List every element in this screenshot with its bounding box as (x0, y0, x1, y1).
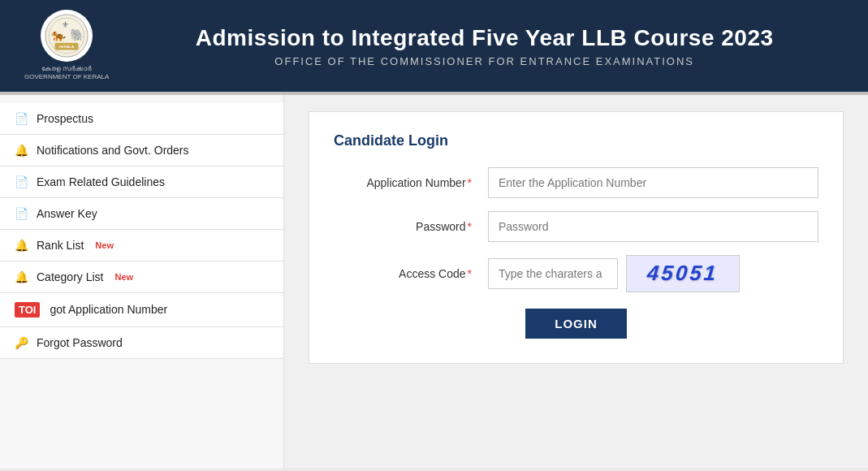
guidelines-icon: 📄 (15, 175, 28, 188)
captcha-value: 45051 (646, 261, 719, 286)
sidebar-item-rank-list[interactable]: 🔔 Rank List New (0, 230, 283, 261)
sidebar-item-answer-key[interactable]: 📄 Answer Key (0, 198, 283, 230)
sidebar-item-forgot-password[interactable]: 🔑 Forgot Password (0, 327, 283, 359)
login-card: Candidate Login Application Number* Pass… (309, 111, 844, 364)
sidebar-item-prospectus[interactable]: 📄 Prospectus (0, 103, 283, 135)
answer-key-icon: 📄 (15, 207, 28, 220)
svg-text:KERALA: KERALA (59, 45, 75, 49)
page-subtitle: OFFICE OF THE COMMISSIONER FOR ENTRANCE … (125, 55, 844, 67)
captcha-image: 45051 (626, 255, 740, 292)
application-number-label: Application Number* (334, 176, 472, 189)
header-title-block: Admission to Integrated Five Year LLB Co… (125, 24, 844, 67)
main-content: 📄 Prospectus 🔔 Notifications and Govt. O… (0, 95, 868, 469)
key-icon: 🔑 (15, 336, 28, 349)
login-btn-row: LOGIN (334, 309, 818, 339)
access-code-label: Access Code* (334, 267, 472, 280)
access-code-input[interactable] (488, 258, 618, 289)
sidebar-label-answer-key: Answer Key (37, 207, 97, 220)
password-input[interactable] (488, 211, 818, 242)
toi-badge-icon: TOI (15, 302, 40, 318)
notifications-icon: 🔔 (15, 144, 28, 157)
page-main-title: Admission to Integrated Five Year LLB Co… (125, 24, 844, 52)
sidebar-item-forgot-app-number[interactable]: TOI got Application Number (0, 293, 283, 327)
required-marker: * (468, 176, 472, 189)
sidebar-label-prospectus: Prospectus (37, 112, 93, 125)
sidebar-label-forgot-password: Forgot Password (37, 336, 123, 349)
logo-tagline: കേരള സർക്കാർ GOVERNMENT OF KERALA (24, 65, 109, 82)
svg-text:⚜: ⚜ (62, 20, 69, 29)
password-row: Password* (334, 211, 818, 242)
category-list-new-badge: New (114, 272, 133, 282)
content-area: Candidate Login Application Number* Pass… (284, 95, 868, 469)
sidebar: 📄 Prospectus 🔔 Notifications and Govt. O… (0, 95, 284, 469)
rank-list-icon: 🔔 (15, 239, 28, 252)
application-number-input[interactable] (488, 167, 818, 198)
captcha-row: 45051 (488, 255, 818, 292)
header-logo: 🐅 🐘 ⚜ KERALA കേരള സർക്കാർ GOVERNMENT OF … (24, 10, 109, 82)
required-marker-2: * (468, 220, 472, 233)
access-code-row: Access Code* 45051 (334, 255, 818, 292)
rank-list-new-badge: New (95, 240, 114, 250)
login-title: Candidate Login (334, 132, 818, 149)
sidebar-item-category-list[interactable]: 🔔 Category List New (0, 261, 283, 293)
sidebar-item-notifications[interactable]: 🔔 Notifications and Govt. Orders (0, 135, 283, 166)
sidebar-label-rank-list: Rank List (37, 239, 84, 252)
login-button[interactable]: LOGIN (525, 309, 627, 339)
prospectus-icon: 📄 (15, 112, 28, 125)
svg-text:🐅: 🐅 (51, 28, 67, 42)
sidebar-label-guidelines: Exam Related Guidelines (37, 175, 165, 188)
svg-text:🐘: 🐘 (71, 28, 86, 42)
sidebar-item-guidelines[interactable]: 📄 Exam Related Guidelines (0, 166, 283, 198)
required-marker-3: * (468, 267, 472, 280)
logo-circle: 🐅 🐘 ⚜ KERALA (41, 10, 93, 62)
header: 🐅 🐘 ⚜ KERALA കേരള സർക്കാർ GOVERNMENT OF … (0, 0, 868, 92)
kerala-logo-icon: 🐅 🐘 ⚜ KERALA (43, 12, 90, 59)
sidebar-label-notifications: Notifications and Govt. Orders (37, 144, 189, 157)
password-label: Password* (334, 220, 472, 233)
category-list-icon: 🔔 (15, 270, 28, 283)
sidebar-label-forgot-app: got Application Number (50, 303, 167, 316)
sidebar-label-category-list: Category List (37, 270, 103, 283)
application-number-row: Application Number* (334, 167, 818, 198)
